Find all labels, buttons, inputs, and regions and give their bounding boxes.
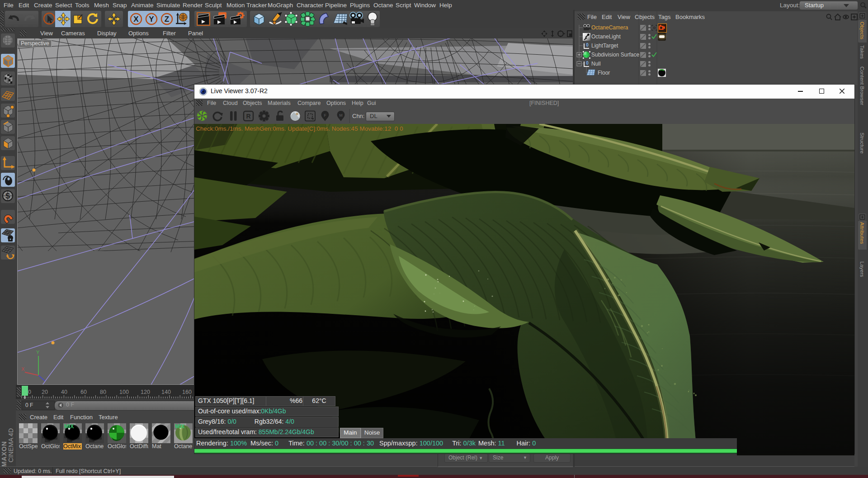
svg-text:Y: Y bbox=[36, 350, 40, 355]
svg-text:20: 20 bbox=[42, 389, 48, 395]
svg-text:X: X bbox=[133, 15, 139, 24]
svg-text:40: 40 bbox=[61, 389, 67, 395]
svg-text:0: 0 bbox=[28, 389, 31, 395]
svg-text:120: 120 bbox=[141, 389, 150, 395]
svg-text:X: X bbox=[21, 366, 25, 372]
svg-text:F: F bbox=[324, 113, 326, 118]
svg-text:80: 80 bbox=[100, 389, 106, 395]
svg-text:Z: Z bbox=[165, 15, 169, 24]
svg-text:0: 0 bbox=[586, 61, 589, 66]
svg-text:M: M bbox=[339, 113, 343, 118]
svg-text:S: S bbox=[5, 192, 10, 200]
svg-text:0: 0 bbox=[586, 43, 589, 47]
svg-text:60: 60 bbox=[80, 389, 87, 395]
svg-text:140: 140 bbox=[161, 389, 171, 395]
svg-text:100: 100 bbox=[119, 389, 129, 395]
svg-text:R: R bbox=[246, 113, 250, 120]
svg-text:Y: Y bbox=[149, 15, 154, 24]
svg-text:160: 160 bbox=[182, 389, 192, 395]
